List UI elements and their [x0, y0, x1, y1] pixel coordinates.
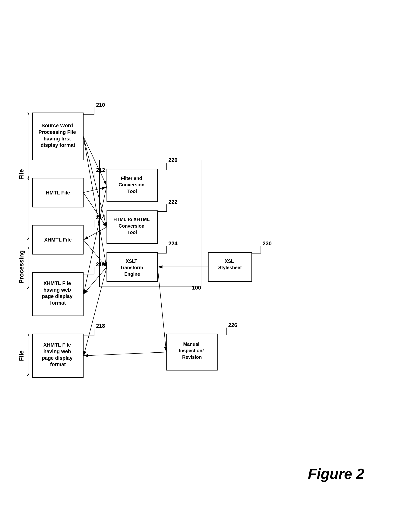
- svg-text:218: 218: [96, 323, 105, 329]
- svg-line-57: [83, 187, 106, 193]
- svg-rect-19: [208, 252, 252, 281]
- svg-line-63: [84, 267, 107, 356]
- svg-line-54: [83, 136, 106, 185]
- svg-text:212: 212: [96, 167, 105, 173]
- svg-rect-13: [107, 211, 158, 243]
- svg-text:226: 226: [228, 322, 237, 328]
- svg-rect-6: [33, 272, 83, 316]
- svg-rect-17: [167, 334, 217, 370]
- svg-text:XSLT
      Transform
      Eng: XSLT Transform Engine: [120, 258, 144, 277]
- svg-line-60: [84, 185, 107, 294]
- svg-text:230: 230: [263, 241, 272, 246]
- svg-text:XHMTL File
      having web
  : XHMTL File having web page display forma…: [42, 342, 74, 367]
- svg-text:100: 100: [192, 285, 201, 291]
- svg-line-58: [83, 193, 106, 227]
- svg-text:214: 214: [96, 214, 105, 220]
- svg-text:XHMTL File
      having web
  : XHMTL File having web page display forma…: [42, 280, 74, 306]
- svg-text:Filter and
      Conversion
  : Filter and Conversion Tool: [119, 176, 146, 194]
- svg-text:HMTL File: HMTL File: [46, 190, 70, 196]
- svg-line-64: [158, 267, 166, 352]
- figure-title: Figure 2: [308, 466, 364, 482]
- svg-rect-10: [99, 160, 201, 287]
- svg-rect-4: [33, 225, 83, 254]
- svg-text:File: File: [18, 169, 25, 179]
- svg-line-59: [83, 240, 106, 267]
- diagram-svg: Source Word Processing File having first…: [11, 11, 378, 501]
- svg-rect-2: [33, 178, 83, 207]
- svg-text:XHMTL File: XHMTL File: [44, 237, 72, 243]
- svg-text:210: 210: [96, 102, 105, 108]
- svg-text:216: 216: [96, 261, 105, 267]
- svg-text:File: File: [18, 350, 25, 361]
- svg-rect-11: [107, 169, 158, 202]
- svg-rect-8: [33, 334, 83, 377]
- svg-line-65: [84, 352, 167, 356]
- svg-text:Source Word
      Processing F: Source Word Processing File having first…: [38, 123, 77, 148]
- svg-line-55: [83, 136, 106, 227]
- svg-text:224: 224: [168, 241, 177, 246]
- svg-rect-15: [107, 252, 158, 281]
- svg-line-62: [84, 267, 107, 294]
- svg-text:222: 222: [168, 199, 177, 205]
- svg-text:Processing: Processing: [18, 250, 25, 284]
- svg-text:220: 220: [168, 157, 177, 163]
- diagram-container: Source Word Processing File having first…: [11, 11, 378, 501]
- svg-text:Manual
      Inspection/
     : Manual Inspection/ Revision: [179, 342, 205, 360]
- svg-line-56: [83, 136, 106, 267]
- svg-line-61: [84, 227, 107, 240]
- svg-rect-0: [33, 113, 83, 160]
- svg-text:XSL
      Stylesheet: XSL Stylesheet: [218, 258, 242, 270]
- svg-text:HTML to XHTML
      Conversion: HTML to XHTML Conversion Tool: [113, 217, 151, 235]
